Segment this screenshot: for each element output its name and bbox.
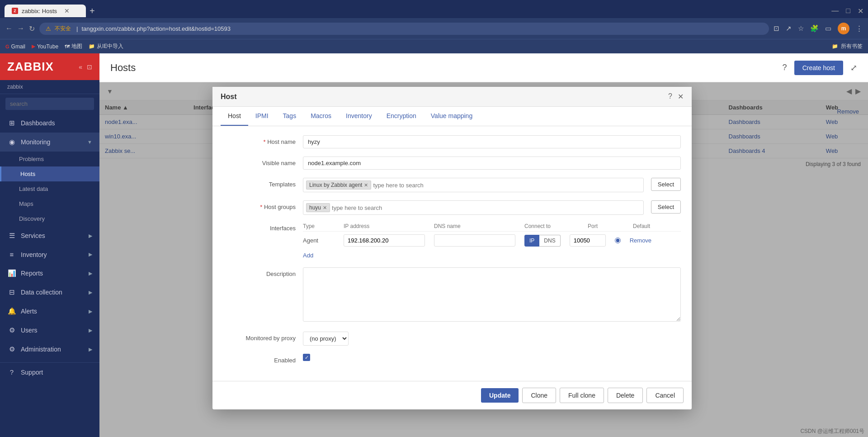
bookmark-icon[interactable]: ☆ <box>798 24 804 33</box>
sidebar-item-administration-label: Administration <box>21 346 61 353</box>
sidebar-search-input[interactable] <box>5 98 94 110</box>
sidebar-item-support-label: Support <box>21 369 43 376</box>
maximize-icon[interactable]: □ <box>846 7 850 15</box>
templates-select-button[interactable]: Select <box>651 178 681 191</box>
tab-tags[interactable]: Tags <box>276 107 304 126</box>
update-button[interactable]: Update <box>481 388 519 403</box>
hostname-input[interactable] <box>303 135 681 148</box>
services-chevron-icon: ▶ <box>89 233 92 239</box>
sidebar-item-inventory[interactable]: ≡ Inventory ▶ <box>0 245 99 264</box>
templates-search-input[interactable] <box>373 182 640 189</box>
templates-tag-input[interactable]: Linux by Zabbix agent ✕ <box>303 178 644 192</box>
forward-button[interactable]: → <box>17 24 24 33</box>
sidebar: ZABBIX « ⊡ zabbix ⊞ Dashboards ◉ Monitor… <box>0 53 99 437</box>
interface-connect-buttons: IP DNS <box>524 235 561 247</box>
visible-name-input[interactable] <box>303 157 681 170</box>
sidebar-item-monitoring[interactable]: ◉ Monitoring ▼ <box>0 133 99 152</box>
fullscreen-button[interactable]: ⤢ <box>850 63 857 73</box>
description-textarea[interactable] <box>303 267 681 322</box>
interfaces-header: Type IP address DNS name Connect to Port… <box>303 223 681 232</box>
modal-close-button[interactable]: ✕ <box>678 92 684 101</box>
modal-header-actions: ? ✕ <box>668 92 684 101</box>
form-row-templates: Templates Linux by Zabbix agent ✕ Sele <box>223 178 681 192</box>
delete-button[interactable]: Delete <box>608 388 643 403</box>
ie-import-label: 从IE中导入 <box>97 43 123 50</box>
interface-default-radio-input[interactable] <box>615 238 621 243</box>
sidebar-item-problems[interactable]: Problems <box>0 152 99 166</box>
sidebar-item-inventory-label: Inventory <box>21 251 47 258</box>
sidebar-kiosk-btn[interactable]: ⊡ <box>87 63 92 71</box>
col-port-header: Port <box>588 223 624 229</box>
sidebar-item-dashboards[interactable]: ⊞ Dashboards <box>0 114 99 133</box>
screenshot-icon[interactable]: ⊡ <box>774 24 779 33</box>
header-actions: ? Create host ⤢ <box>783 61 857 75</box>
users-chevron-icon: ▶ <box>89 328 92 333</box>
tab-macros[interactable]: Macros <box>303 107 339 126</box>
close-tab-button[interactable]: ✕ <box>64 7 70 14</box>
close-window-icon[interactable]: ✕ <box>858 7 863 15</box>
host-group-chip-remove[interactable]: ✕ <box>323 205 327 211</box>
user-avatar[interactable]: m <box>838 23 849 34</box>
sidebar-item-services[interactable]: ☰ Services ▶ <box>0 226 99 245</box>
monitoring-icon: ◉ <box>7 138 16 146</box>
bookmark-ie[interactable]: 📁 从IE中导入 <box>89 43 123 50</box>
share-icon[interactable]: ↗ <box>786 24 792 33</box>
sidebar-item-maps[interactable]: Maps <box>0 196 99 211</box>
host-groups-select-button[interactable]: Select <box>651 200 681 214</box>
add-interface-link[interactable]: Add <box>303 252 313 259</box>
tab-ipmi[interactable]: IPMI <box>248 107 276 126</box>
proxy-select[interactable]: (no proxy) <box>303 332 349 346</box>
tab-inventory[interactable]: Inventory <box>339 107 379 126</box>
form-row-enabled: Enabled ✓ <box>223 354 681 364</box>
connect-dns-button[interactable]: DNS <box>539 235 560 247</box>
sidebar-item-dashboards-label: Dashboards <box>21 119 55 127</box>
sidebar-item-reports[interactable]: 📊 Reports ▶ <box>0 264 99 283</box>
interface-port-input[interactable] <box>570 234 606 247</box>
bookmark-maps[interactable]: 🗺 地图 <box>65 43 82 50</box>
sidebar-item-alerts[interactable]: 🔔 Alerts ▶ <box>0 302 99 321</box>
interface-dns-input[interactable] <box>434 234 515 247</box>
col-ip-header: IP address <box>344 223 425 229</box>
enabled-label: Enabled <box>223 354 296 364</box>
alerts-icon: 🔔 <box>7 307 16 315</box>
sidebar-icon[interactable]: ▭ <box>825 24 831 33</box>
tab-encryption[interactable]: Encryption <box>379 107 424 126</box>
bookmark-youtube[interactable]: ▶ YouTube <box>32 43 58 50</box>
sidebar-item-latest-data[interactable]: Latest data <box>0 181 99 196</box>
sidebar-item-data-collection[interactable]: ⊟ Data collection ▶ <box>0 283 99 302</box>
modal-help-button[interactable]: ? <box>668 92 672 101</box>
browser-tab-active[interactable]: Z zabbix: Hosts ✕ <box>5 5 86 17</box>
create-host-button[interactable]: Create host <box>794 61 843 75</box>
services-icon: ☰ <box>7 232 16 240</box>
back-button[interactable]: ← <box>5 24 13 33</box>
host-groups-tag-input[interactable]: huyu ✕ <box>303 200 644 215</box>
sidebar-item-hosts[interactable]: Hosts <box>0 166 99 181</box>
menu-icon[interactable]: ⋮ <box>856 24 863 33</box>
host-groups-search-input[interactable] <box>332 204 641 211</box>
new-tab-button[interactable]: + <box>90 6 95 16</box>
refresh-button[interactable]: ↻ <box>29 24 35 33</box>
bookmark-gmail[interactable]: G Gmail <box>5 43 25 50</box>
template-chip-remove[interactable]: ✕ <box>364 182 368 188</box>
sidebar-item-users[interactable]: ⚙ Users ▶ <box>0 321 99 340</box>
interface-ip-input[interactable] <box>344 234 425 247</box>
sidebar-item-discovery[interactable]: Discovery <box>0 211 99 226</box>
sidebar-item-administration[interactable]: ⚙ Administration ▶ <box>0 340 99 359</box>
all-bookmarks-label: 所有书签 <box>841 43 863 50</box>
connect-ip-button[interactable]: IP <box>524 235 539 247</box>
minimize-icon[interactable]: — <box>831 7 839 15</box>
tab-host[interactable]: Host <box>221 107 248 126</box>
sidebar-collapse-btn[interactable]: « <box>79 63 82 71</box>
address-box[interactable]: ⚠ 不安全 | tanggxin.com/zabbix.php?action=h… <box>39 23 769 35</box>
full-clone-button[interactable]: Full clone <box>560 388 604 403</box>
extensions-icon[interactable]: 🧩 <box>810 24 819 33</box>
interface-remove-button[interactable]: Remove <box>630 237 651 244</box>
header-help-button[interactable]: ? <box>783 63 787 72</box>
clone-button[interactable]: Clone <box>522 388 556 403</box>
cancel-button[interactable]: Cancel <box>646 388 684 403</box>
enabled-checkbox[interactable]: ✓ <box>303 354 310 361</box>
interface-default-radio <box>615 238 621 243</box>
tab-value-mapping[interactable]: Value mapping <box>424 107 480 126</box>
interface-type-label: Agent <box>303 237 335 244</box>
sidebar-item-support[interactable]: ? Support <box>0 362 99 381</box>
